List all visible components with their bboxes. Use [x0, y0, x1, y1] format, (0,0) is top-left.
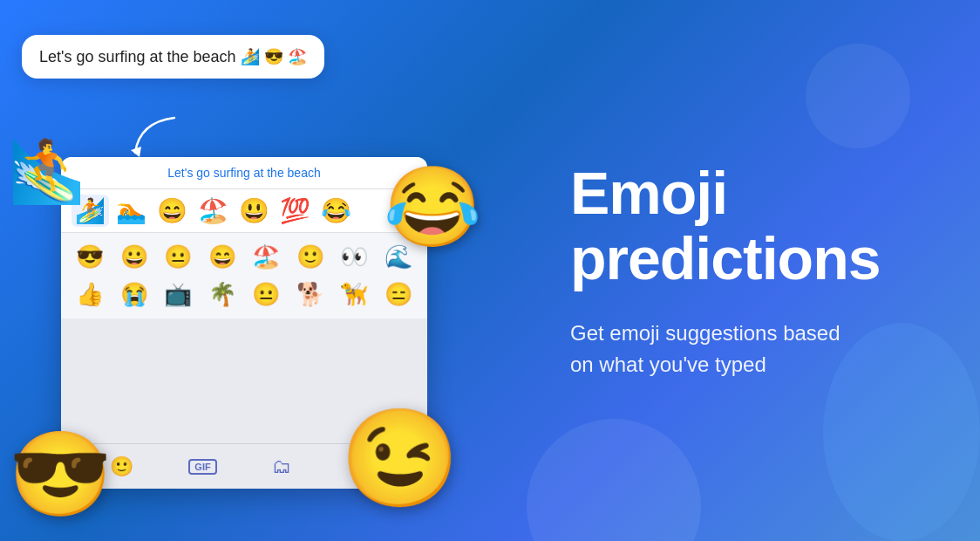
suggestion-emoji-2[interactable]: 🏊 [112, 195, 150, 227]
emoji-wink-floating: 😉 [340, 402, 459, 515]
emoji-grid: 😎 😀 😐 😄 🏖️ 🙂 👀 🌊 👍 😭 📺 🌴 😐 🐕 🦮 😑 [61, 233, 427, 318]
emoji-cell-14[interactable]: 🐕 [290, 277, 331, 312]
emoji-cell-9[interactable]: 👍 [70, 277, 111, 312]
emoji-cell-5[interactable]: 🏖️ [246, 240, 287, 274]
emoji-cell-1[interactable]: 😎 [70, 240, 111, 274]
emoji-cell-10[interactable]: 😭 [114, 277, 155, 312]
chat-bubble-text: Let's go surfing at the beach 🏄 😎 🏖️ [39, 48, 307, 65]
left-section: Let's go surfing at the beach 🏄 😎 🏖️ 🏄 L… [0, 0, 488, 541]
emoji-suggestions-row: 🏄 🏊 😄 🏖️ 😃 💯 😂 [61, 189, 427, 233]
emoji-cell-3[interactable]: 😐 [158, 240, 199, 274]
emoji-cell-13[interactable]: 😐 [246, 277, 287, 312]
title-line1: Emoji [570, 160, 727, 226]
suggestion-emoji-7[interactable]: 😂 [317, 195, 355, 227]
suggestion-emoji-6[interactable]: 💯 [276, 195, 314, 227]
surfer-emoji-left: 🏄 [9, 135, 85, 207]
right-section: Emoji predictions Get emoji suggestions … [544, 0, 980, 541]
suggestion-emoji-3[interactable]: 😄 [153, 195, 191, 227]
emoji-cell-6[interactable]: 🙂 [290, 240, 331, 274]
main-title: Emoji predictions [570, 161, 936, 291]
keyboard-input: Let's go surfing at the beach [61, 157, 427, 189]
emoji-cell-11[interactable]: 📺 [158, 277, 199, 312]
emoji-cell-4[interactable]: 😄 [202, 240, 243, 274]
emoji-cool-floating: 😎 [9, 426, 112, 524]
toolbar-gif-button[interactable]: GIF [188, 459, 216, 475]
suggestion-emoji-5[interactable]: 😃 [235, 195, 273, 227]
suggestion-emoji-4[interactable]: 🏖️ [194, 195, 232, 227]
emoji-laugh-floating: 😂 [384, 161, 481, 253]
emoji-cell-15[interactable]: 🦮 [334, 277, 375, 312]
emoji-cell-2[interactable]: 😀 [114, 240, 155, 274]
emoji-cell-16[interactable]: 😑 [378, 277, 419, 312]
toolbar-sticker-button[interactable]: 🗂 [263, 450, 300, 483]
emoji-cell-12[interactable]: 🌴 [202, 277, 243, 312]
main-subtitle: Get emoji suggestions based on what you'… [570, 318, 867, 380]
emoji-cell-7[interactable]: 👀 [334, 240, 375, 274]
title-line2: predictions [570, 225, 881, 291]
arrow-decoration [122, 113, 192, 169]
chat-bubble: Let's go surfing at the beach 🏄 😎 🏖️ [22, 35, 324, 79]
